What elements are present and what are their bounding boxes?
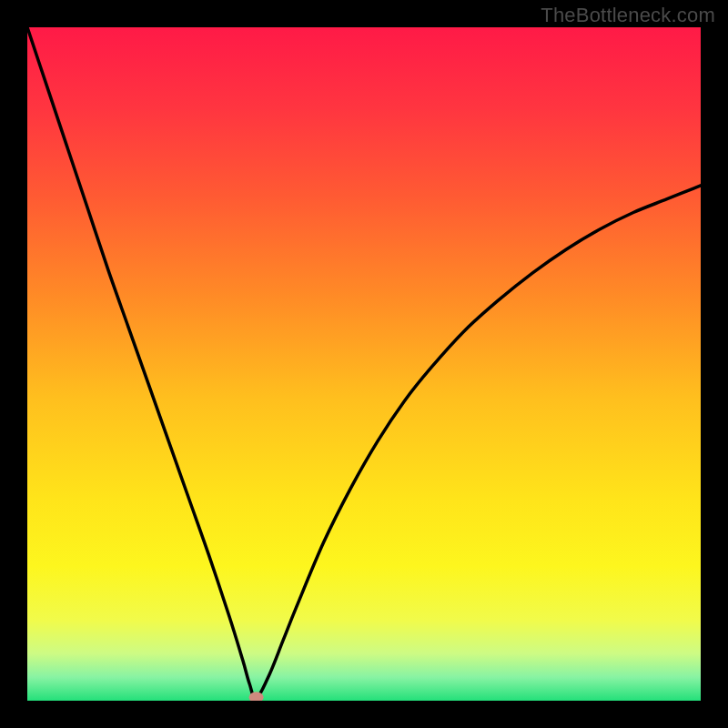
gradient-background (27, 27, 701, 701)
plot-area (27, 27, 701, 701)
watermark-text: TheBottleneck.com (541, 4, 715, 27)
chart-container: TheBottleneck.com (0, 0, 728, 728)
bottleneck-chart (27, 27, 701, 701)
